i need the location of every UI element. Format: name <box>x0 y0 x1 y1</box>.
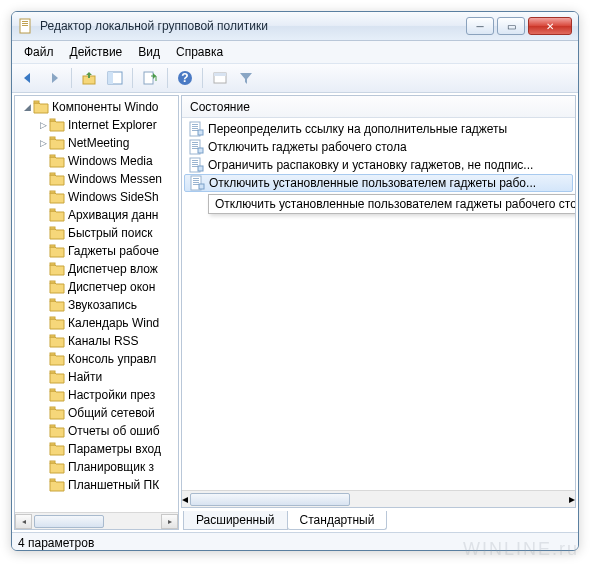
svg-rect-35 <box>192 124 198 125</box>
tree-item[interactable]: Архивация данн <box>17 206 178 224</box>
tree-item[interactable]: Windows SideSh <box>17 188 178 206</box>
tree-item[interactable]: Каналы RSS <box>17 332 178 350</box>
scroll-right-icon[interactable]: ▸ <box>161 514 178 529</box>
tree-item[interactable]: Параметры вход <box>17 440 178 458</box>
tree-label: Internet Explorer <box>68 118 157 132</box>
export-button[interactable] <box>138 66 162 90</box>
menu-view[interactable]: Вид <box>130 43 168 61</box>
expand-icon[interactable]: ▷ <box>37 119 49 131</box>
maximize-button[interactable]: ▭ <box>497 17 525 35</box>
close-button[interactable]: ✕ <box>528 17 572 35</box>
tree-label: NetMeeting <box>68 136 129 150</box>
expand-icon[interactable] <box>37 317 49 329</box>
expand-icon[interactable] <box>37 263 49 275</box>
policy-list[interactable]: Состояние Переопределить ссылку на допол… <box>181 95 576 508</box>
svg-rect-30 <box>50 425 55 427</box>
svg-rect-3 <box>22 25 28 26</box>
menu-file[interactable]: Файл <box>16 43 62 61</box>
scroll-thumb[interactable] <box>190 493 350 506</box>
svg-rect-22 <box>50 281 55 283</box>
tree-item[interactable]: ▷Internet Explorer <box>17 116 178 134</box>
tree-item[interactable]: Windows Messen <box>17 170 178 188</box>
tree-root[interactable]: ◢Компоненты Windo <box>17 98 178 116</box>
filter-button[interactable] <box>234 66 258 90</box>
tree-item[interactable]: Windows Media <box>17 152 178 170</box>
options-button[interactable] <box>208 66 232 90</box>
svg-rect-28 <box>50 389 55 391</box>
svg-rect-1 <box>22 21 28 22</box>
menu-action[interactable]: Действие <box>62 43 131 61</box>
help-button[interactable]: ? <box>173 66 197 90</box>
tab-standard[interactable]: Стандартный <box>287 511 388 530</box>
tree-item[interactable]: Общий сетевой <box>17 404 178 422</box>
list-row[interactable]: Ограничить распаковку и установку гаджет… <box>182 156 575 174</box>
tree-item[interactable]: Консоль управл <box>17 350 178 368</box>
svg-rect-16 <box>50 173 55 175</box>
tree-item[interactable]: Календарь Wind <box>17 314 178 332</box>
svg-text:?: ? <box>181 71 188 85</box>
row-label: Ограничить распаковку и установку гаджет… <box>208 158 533 172</box>
tree-item[interactable]: Отчеты об ошиб <box>17 422 178 440</box>
scroll-left-icon[interactable]: ◂ <box>15 514 32 529</box>
list-row[interactable]: Отключить гаджеты рабочего стола <box>182 138 575 156</box>
expand-icon[interactable] <box>37 155 49 167</box>
tree-item[interactable]: Диспетчер влож <box>17 260 178 278</box>
tree-item[interactable]: Настройки през <box>17 386 178 404</box>
folder-icon <box>33 100 49 114</box>
menu-help[interactable]: Справка <box>168 43 231 61</box>
expand-icon[interactable]: ▷ <box>37 137 49 149</box>
svg-rect-24 <box>50 317 55 319</box>
list-row[interactable]: Отключить установленные пользователем га… <box>184 174 573 192</box>
tree-hscrollbar[interactable]: ◂ ▸ <box>15 512 178 529</box>
expand-icon[interactable] <box>37 443 49 455</box>
tree-item[interactable]: Звукозапись <box>17 296 178 314</box>
tree-label: Найти <box>68 370 102 384</box>
svg-rect-18 <box>50 209 55 211</box>
expand-icon[interactable] <box>37 281 49 293</box>
column-header[interactable]: Состояние <box>182 96 575 118</box>
tree-item[interactable]: ▷NetMeeting <box>17 134 178 152</box>
tree-item[interactable]: Найти <box>17 368 178 386</box>
expand-icon[interactable] <box>37 389 49 401</box>
tree-pane[interactable]: ◢Компоненты Windo▷Internet Explorer▷NetM… <box>14 95 179 530</box>
tree-item[interactable]: Быстрый поиск <box>17 224 178 242</box>
minimize-button[interactable]: ─ <box>466 17 494 35</box>
expand-icon[interactable] <box>37 461 49 473</box>
scroll-thumb[interactable] <box>34 515 104 528</box>
expand-icon[interactable] <box>37 227 49 239</box>
expand-icon[interactable] <box>37 407 49 419</box>
expand-icon[interactable] <box>37 245 49 257</box>
forward-button[interactable] <box>42 66 66 90</box>
tree-label: Календарь Wind <box>68 316 159 330</box>
tree-item[interactable]: Диспетчер окон <box>17 278 178 296</box>
expand-icon[interactable] <box>37 191 49 203</box>
expand-icon[interactable] <box>37 335 49 347</box>
scroll-track[interactable] <box>32 514 161 529</box>
scroll-track[interactable] <box>188 492 569 507</box>
show-hide-tree-button[interactable] <box>103 66 127 90</box>
folder-icon <box>49 208 65 222</box>
expand-icon[interactable] <box>37 353 49 365</box>
list-hscrollbar[interactable]: ◂ ▸ <box>182 490 575 507</box>
tree-item[interactable]: Планшетный ПК <box>17 476 178 494</box>
expand-icon[interactable] <box>37 479 49 491</box>
tree-label: Общий сетевой <box>68 406 155 420</box>
tab-extended[interactable]: Расширенный <box>183 511 288 530</box>
list-row[interactable]: Переопределить ссылку на дополнительные … <box>182 120 575 138</box>
collapse-icon[interactable]: ◢ <box>21 101 33 113</box>
expand-icon[interactable] <box>37 299 49 311</box>
titlebar[interactable]: Редактор локальной групповой политики ─ … <box>12 12 578 41</box>
expand-icon[interactable] <box>37 425 49 437</box>
expand-icon[interactable] <box>37 209 49 221</box>
tree-item[interactable]: Гаджеты рабоче <box>17 242 178 260</box>
folder-up-icon <box>81 70 97 86</box>
tree-item[interactable]: Планировщик з <box>17 458 178 476</box>
expand-icon[interactable] <box>37 173 49 185</box>
svg-rect-11 <box>214 73 226 76</box>
back-button[interactable] <box>16 66 40 90</box>
tree-label: Консоль управл <box>68 352 156 366</box>
svg-rect-36 <box>192 126 198 127</box>
up-button[interactable] <box>77 66 101 90</box>
expand-icon[interactable] <box>37 371 49 383</box>
scroll-right-icon[interactable]: ▸ <box>569 492 575 506</box>
